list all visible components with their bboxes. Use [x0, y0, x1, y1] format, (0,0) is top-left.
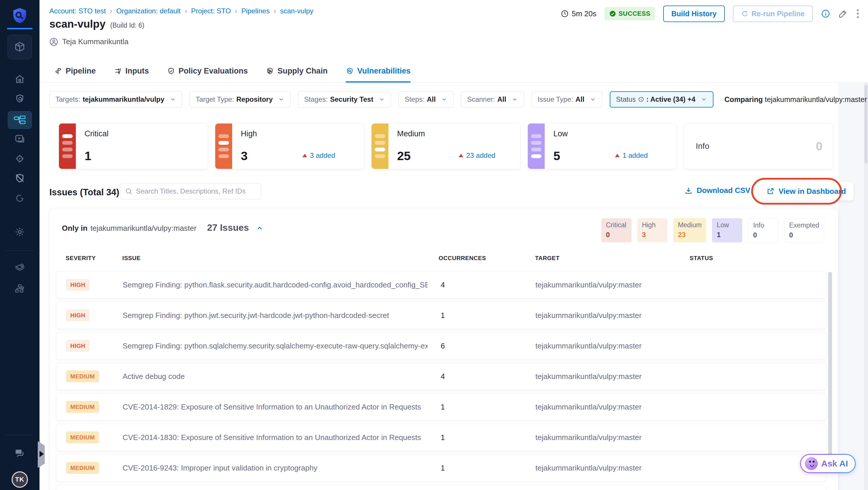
clock-icon	[561, 9, 569, 18]
added-indicator: 23 added	[459, 151, 495, 159]
filter-value: All	[497, 95, 506, 103]
tab-vulnerabilities-active[interactable]: Vulnerabilities	[346, 66, 411, 83]
sidebar-item-help[interactable]: ?	[0, 446, 39, 461]
app-root: ? TK Account: STO test› Organization: de…	[0, 0, 868, 490]
issues-section-title: Issues (Total 34)	[50, 187, 119, 197]
severity-badge: HIGH	[66, 309, 90, 321]
view-in-dashboard-button[interactable]: View in Dashboard	[759, 182, 854, 201]
download-csv-label: Download CSV	[696, 186, 750, 195]
sidebar-item-targets[interactable]	[0, 151, 39, 166]
shield-off-icon	[14, 173, 25, 184]
tab-inputs[interactable]: Inputs	[114, 66, 149, 83]
filter-status[interactable]: Status : Active (34) +4	[610, 91, 713, 108]
table-row[interactable]: MEDIUM CVE-2014-1829: Exposure of Sensit…	[56, 393, 827, 421]
check-circle-icon	[609, 10, 616, 17]
sidebar-item-project-settings[interactable]	[0, 224, 39, 240]
sidebar-item-exemptions[interactable]	[0, 171, 39, 186]
user-avatar[interactable]: TK	[11, 471, 28, 488]
breadcrumb-separator: ›	[235, 7, 237, 15]
sidebar-item-default-settings[interactable]	[0, 261, 39, 276]
build-duration: 5m 20s	[561, 9, 596, 18]
chip-low[interactable]: Low 1	[712, 218, 742, 242]
tab-policy-evaluations[interactable]: Policy Evaluations	[167, 66, 248, 83]
logo-accent-bar	[7, 28, 33, 29]
sidebar-item-home[interactable]	[0, 71, 39, 87]
sidebar-item-getting-started[interactable]	[0, 191, 39, 206]
chevron-down-icon	[378, 96, 385, 102]
table-row[interactable]: MEDIUM CVE-2016-9243: Improper input val…	[56, 454, 827, 482]
tab-supply-chain[interactable]: Supply Chain	[266, 66, 328, 83]
pipeline-name: scan-vulpy	[50, 18, 105, 30]
filter-issue-type[interactable]: Issue Type: All	[532, 91, 602, 108]
table-row[interactable]: MEDIUM CVE-2014-1830: Exposure of Sensit…	[56, 424, 827, 451]
breadcrumb-org[interactable]: Organization: default	[116, 7, 180, 15]
breadcrumb-separator: ›	[274, 7, 276, 15]
table-row[interactable]: HIGH Semgrep Finding: python.flask.secur…	[56, 271, 827, 299]
severity-card-medium[interactable]: Medium 25 23 added	[371, 123, 521, 169]
table-row[interactable]: HIGH Semgrep Finding: python.jwt.securit…	[56, 302, 827, 329]
download-csv-button[interactable]: Download CSV	[684, 186, 750, 195]
filter-targets[interactable]: Targets: tejakummarikuntla/vulpy	[50, 91, 182, 108]
expand-arrow-icon	[39, 451, 44, 457]
collapse-group-button[interactable]	[256, 224, 264, 232]
rerun-pipeline-button[interactable]: Re-run Pipeline	[733, 5, 813, 22]
chevron-down-icon	[278, 96, 284, 102]
sidebar-item-org-settings[interactable]	[0, 281, 39, 297]
info-icon	[821, 9, 830, 18]
severity-card-info[interactable]: Info 0	[684, 123, 833, 169]
edit-pipeline-button[interactable]	[838, 9, 848, 18]
target-value: tejakummarikuntla/vulpy:master	[535, 280, 642, 289]
info-button[interactable]	[821, 9, 830, 18]
chip-label: Exempted	[789, 221, 819, 229]
severity-card-high[interactable]: High 3 3 added	[215, 123, 364, 169]
home-icon	[14, 74, 25, 84]
sidebar-item-overview[interactable]	[0, 91, 39, 106]
breadcrumb-pipelines[interactable]: Pipelines	[241, 7, 270, 15]
table-row[interactable]: HIGH Semgrep Finding: python.sqlalchemy.…	[56, 332, 827, 360]
search-input[interactable]	[136, 187, 256, 195]
target-value: tejakummarikuntla/vulpy:master	[535, 402, 642, 411]
column-header-severity: SEVERITY	[66, 255, 96, 262]
severity-badge: MEDIUM	[66, 401, 99, 413]
tab-label: Pipeline	[66, 66, 96, 75]
target-value: tejakummarikuntla/vulpy:master	[535, 372, 642, 381]
chip-critical[interactable]: Critical 0	[601, 218, 631, 242]
filter-steps[interactable]: Steps: All	[399, 91, 454, 108]
chip-count: 23	[678, 231, 702, 239]
chip-medium[interactable]: Medium 23	[673, 218, 707, 242]
chip-high[interactable]: High 3	[637, 218, 668, 242]
filter-label: Scanner:	[467, 95, 495, 103]
severity-bars-icon	[528, 124, 545, 169]
table-row[interactable]: MEDIUM	[56, 485, 827, 490]
header-actions: 5m 20s SUCCESS Build History Re-run Pipe…	[561, 5, 860, 22]
sidebar-item-pipelines-active[interactable]	[7, 111, 32, 129]
chip-info[interactable]: Info 0	[748, 218, 778, 242]
ask-ai-button[interactable]: Ask AI	[800, 454, 856, 473]
triggered-by-user: Teja Kummarikuntla	[50, 37, 128, 46]
sidebar-item-executions[interactable]	[0, 131, 39, 147]
severity-badge: HIGH	[66, 340, 90, 352]
breadcrumb-project[interactable]: Project: STO	[191, 7, 231, 15]
filter-scanner[interactable]: Scanner: All	[461, 91, 524, 108]
issue-title: CVE-2014-1830: Exposure of Sensitive Inf…	[123, 433, 421, 442]
chip-label: Medium	[678, 221, 702, 229]
tab-pipeline[interactable]: Pipeline	[54, 66, 96, 83]
issues-scrollbar-thumb[interactable]	[828, 272, 832, 458]
build-id: (Build Id: 6)	[110, 22, 144, 29]
table-row[interactable]: MEDIUM Active debug code 4 tejakummariku…	[56, 363, 827, 390]
severity-filter-chips: Critical 0 High 3 Medium 23 Low 1 Info 0…	[601, 218, 824, 242]
breadcrumb-current[interactable]: scan-vulpy	[280, 7, 313, 15]
severity-card-low[interactable]: Low 5 1 added	[528, 123, 677, 169]
occurrences-value: 6	[441, 341, 445, 350]
chip-exempted[interactable]: Exempted 0	[784, 218, 824, 242]
sto-logo[interactable]	[0, 6, 39, 26]
severity-card-critical[interactable]: Critical 1	[59, 123, 208, 169]
filter-stages[interactable]: Stages: Security Test	[298, 91, 391, 108]
issues-search[interactable]	[120, 183, 261, 200]
policy-check-tab-icon	[167, 67, 175, 75]
more-options-button[interactable]	[856, 8, 860, 19]
module-selector-button[interactable]	[7, 35, 32, 59]
breadcrumb-account[interactable]: Account: STO test	[50, 7, 106, 15]
build-history-button[interactable]: Build History	[663, 5, 725, 22]
filter-target-type[interactable]: Target Type: Repository	[190, 91, 290, 108]
